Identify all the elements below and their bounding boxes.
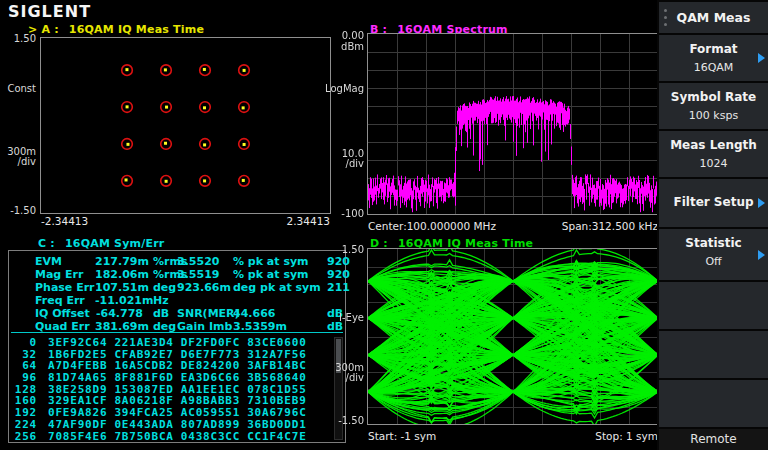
a-x-max-label: 2.34413 <box>287 215 330 227</box>
symerr-cell: 920 <box>327 268 350 281</box>
hex-group: DF2FD0FC <box>181 337 240 349</box>
a-y-scale-unit: /div <box>0 156 36 167</box>
b-y-scale-unit: /div <box>326 158 364 169</box>
hex-group: 7B750BCA <box>114 431 173 443</box>
softkey-blank <box>659 380 768 427</box>
d-y-axis-title: I-Eye <box>324 312 364 323</box>
center-frequency-label: Center:100.000000 MHz <box>368 220 496 232</box>
symerr-cell: 3.5520 <box>177 255 233 268</box>
hex-row-index: 0 <box>9 337 37 349</box>
symerr-cell: 182.06m <box>95 268 143 281</box>
hex-group: 8F881F6D <box>114 372 173 384</box>
symerr-cell: Freq Err <box>35 294 95 307</box>
submenu-arrow-icon <box>758 198 765 208</box>
d-y-max-label: 1.50 <box>326 244 364 255</box>
symerr-separator <box>11 332 343 333</box>
remote-status[interactable]: Remote <box>659 429 768 450</box>
symerr-cell: %rms <box>143 255 177 268</box>
b-y-max-label: 0.00 <box>326 30 364 41</box>
hex-group: 36BD0DD1 <box>247 419 306 431</box>
hex-group: 0438C3CC <box>181 431 240 443</box>
hex-group: 47AF90DF <box>48 419 107 431</box>
softkey-meas-length-value: 1024 <box>659 157 768 170</box>
b-y-unit-label: dBm <box>326 41 364 52</box>
symerr-cell: Hz <box>143 294 177 307</box>
softkey-statistic-value: Off <box>659 255 768 268</box>
hex-group: 81D74A65 <box>48 372 107 384</box>
submenu-arrow-icon <box>758 53 765 63</box>
menu-title: QAM Meas <box>659 10 768 25</box>
hex-group: 7085F4E6 <box>48 431 107 443</box>
trace-c-letter: C : <box>38 237 55 250</box>
symerr-cell: %rms <box>143 268 177 281</box>
hex-group: 3B568640 <box>247 372 306 384</box>
symerr-panel: EVM217.79m%rms3.5520% pk at sym920Mag Er… <box>8 250 346 443</box>
constellation-plot <box>40 37 331 214</box>
trace-c-name: 16QAM Sym/Err <box>65 237 164 250</box>
softkey-statistic-label: Statistic <box>659 236 768 250</box>
symerr-cell <box>233 294 327 307</box>
softkey-filter-setup-label: Filter Setup <box>659 195 768 209</box>
b-y-min-label: -100 <box>326 208 364 219</box>
menu-header[interactable]: QAM Meas <box>659 2 768 33</box>
softkey-blank <box>659 331 768 378</box>
softkey-filter-setup[interactable]: Filter Setup <box>659 179 768 227</box>
a-y-min-label: -1.50 <box>0 205 36 216</box>
span-label: Span:312.500 kHz <box>562 220 658 232</box>
submenu-arrow-icon <box>758 250 765 260</box>
symerr-cell: deg pk at sym <box>233 281 327 294</box>
trace-a-name: 16QAM IQ Meas Time <box>69 23 204 36</box>
softkey-meas-length[interactable]: Meas Length 1024 <box>659 131 768 177</box>
hex-group: 3EF92C64 <box>48 337 107 349</box>
symerr-row: IQ Offset-64.778dBSNR(MER)44.666dB <box>9 307 345 320</box>
softkey-format[interactable]: Format 16QAM <box>659 35 768 81</box>
d-y-min-label: -1.50 <box>326 415 364 426</box>
symerr-cell: IQ Offset <box>35 307 95 320</box>
trace-c-title[interactable]: C : 16QAM Sym/Err <box>38 237 164 250</box>
symerr-cell: 107.51m <box>95 281 143 294</box>
trace-a-letter: A : <box>41 23 58 36</box>
hex-row-index: 224 <box>9 419 37 431</box>
symerr-row: Phase Err107.51mdeg923.66mdeg pk at sym2… <box>9 281 345 294</box>
softkey-blank <box>659 282 768 329</box>
hex-group: 221AE3D4 <box>114 337 173 349</box>
a-x-axis-labels: -2.34413 2.34413 <box>41 215 330 227</box>
hex-group: CC1F4C7E <box>247 431 306 443</box>
symerr-cell: dB <box>143 307 177 320</box>
symerr-table: EVM217.79m%rms3.5520% pk at sym920Mag Er… <box>9 255 345 333</box>
b-y-axis-title: LogMag <box>324 83 364 94</box>
softkey-format-value: 16QAM <box>659 61 768 74</box>
hex-group: EA3D6C66 <box>181 372 240 384</box>
a-y-axis-title: Const <box>0 83 36 94</box>
symerr-cell: 3.5519 <box>177 268 233 281</box>
softkey-symbol-rate[interactable]: Symbol Rate 100 ksps <box>659 83 768 129</box>
hex-group: 807AD899 <box>181 419 240 431</box>
hex-group: 83CE0600 <box>247 337 306 349</box>
symerr-row: EVM217.79m%rms3.5520% pk at sym920 <box>9 255 345 268</box>
symerr-row: Mag Err182.06m%rms3.5519% pk at sym920 <box>9 268 345 281</box>
trace-a-title[interactable]: > A : 16QAM IQ Meas Time <box>28 23 204 36</box>
symbol-hex-table: 03EF92C64221AE3D4DF2FD0FC83CE0600321B6FD… <box>9 337 345 442</box>
symerr-cell: 217.79m <box>95 255 143 268</box>
eye-stop-label: Stop: 1 sym <box>595 430 658 442</box>
softkey-symbol-rate-value: 100 ksps <box>659 109 768 122</box>
symerr-cell: EVM <box>35 255 95 268</box>
hex-row: 9681D74A658F881F6DEA3D6C663B568640 <box>9 372 345 384</box>
b-frequency-labels: Center:100.000000 MHz Span:312.500 kHz <box>368 220 658 232</box>
symerr-cell: % pk at sym <box>233 255 327 268</box>
instrument-screen: SIGLENT > A : 16QAM IQ Meas Time 1.50 Co… <box>0 0 768 450</box>
symerr-cell: SNR(MER) <box>177 307 233 320</box>
hex-group: 0E443ADA <box>114 419 173 431</box>
d-time-labels: Start: -1 sym Stop: 1 sym <box>368 430 658 442</box>
softkey-statistic[interactable]: Statistic Off <box>659 229 768 280</box>
d-y-scale-unit: /div <box>326 372 364 383</box>
symerr-cell: 211 <box>327 281 350 294</box>
symerr-cell: 44.666 <box>233 307 327 320</box>
a-y-max-label: 1.50 <box>0 33 36 44</box>
symerr-cell: -11.021m <box>95 294 143 307</box>
symerr-cell: deg <box>143 281 177 294</box>
softkey-menu: QAM Meas Format 16QAM Symbol Rate 100 ks… <box>657 0 768 450</box>
symerr-row: Freq Err-11.021mHz <box>9 294 345 307</box>
hex-row-index: 256 <box>9 431 37 443</box>
a-x-min-label: -2.34413 <box>41 215 88 227</box>
